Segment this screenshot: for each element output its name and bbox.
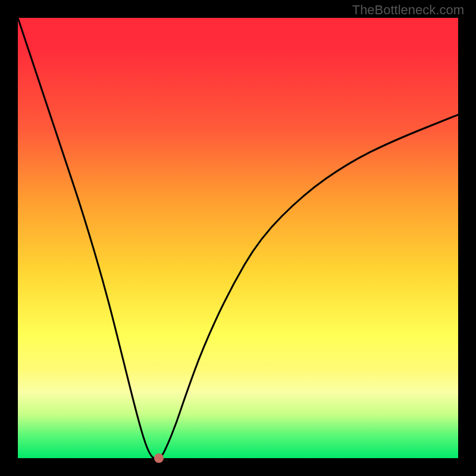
- minimum-marker: [154, 453, 164, 463]
- plot-area: [18, 18, 458, 458]
- chart-container: TheBottleneck.com: [0, 0, 476, 476]
- watermark-text: TheBottleneck.com: [352, 2, 464, 18]
- curve-svg: [18, 18, 458, 458]
- bottleneck-curve: [18, 18, 458, 458]
